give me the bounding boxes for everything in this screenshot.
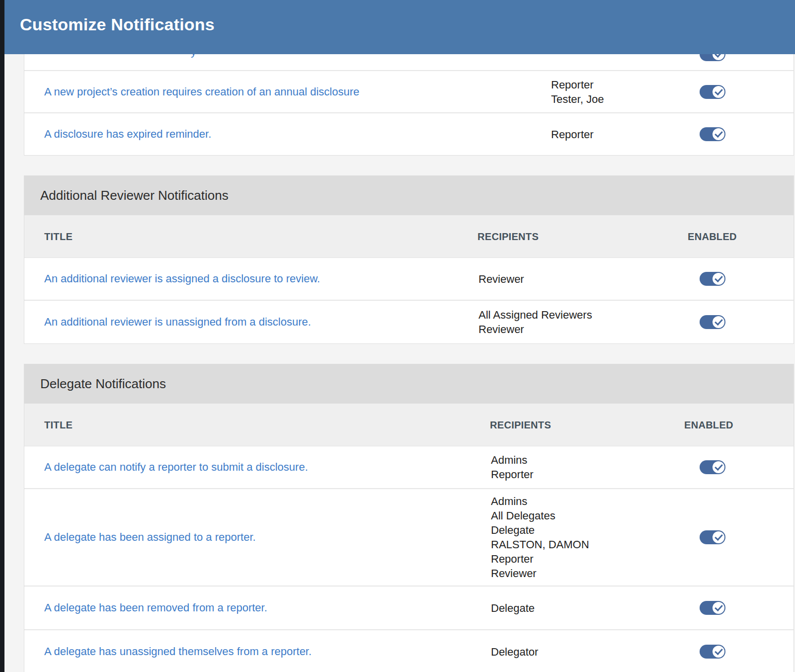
notification-title-link[interactable]: An additional reviewer is assigned a dis… (44, 272, 320, 285)
recipient: Reporter (491, 552, 589, 566)
recipient: RALSTON, DAMON (491, 537, 589, 552)
recipient: Delegator (491, 645, 538, 659)
notification-row: A delegate has unassigned themselves fro… (24, 630, 794, 672)
toggle-check-icon (713, 646, 724, 658)
enabled-toggle[interactable] (700, 127, 725, 141)
recipient: Reviewer (478, 322, 592, 336)
notification-title-link[interactable]: An additional reviewer is unassigned fro… (44, 316, 311, 328)
notification-title-link[interactable]: A delegate has unassigned themselves fro… (44, 645, 312, 658)
section-delegate-notifications: Delegate Notifications TITLE RECIPIENTS … (24, 364, 794, 672)
notification-title-link[interactable]: A delegate has been removed from a repor… (44, 601, 267, 614)
enabled-toggle-cell (700, 460, 725, 474)
enabled-toggle-cell (700, 315, 725, 329)
column-header-title: TITLE (44, 231, 73, 242)
recipient: Admins (491, 494, 589, 508)
recipients-cell: Reporter Tester, Joe (551, 78, 604, 106)
enabled-toggle[interactable] (700, 272, 725, 286)
toggle-check-icon (713, 316, 724, 328)
enabled-toggle-cell (700, 85, 725, 99)
recipient: Reporter (491, 467, 534, 482)
enabled-toggle[interactable] (700, 530, 725, 544)
notification-title-link[interactable]: A new project’s creation requires creati… (44, 85, 359, 98)
column-header-title: TITLE (44, 419, 73, 430)
notification-row: A disclosure has expired reminder. Repor… (24, 113, 794, 155)
enabled-toggle[interactable] (700, 85, 725, 99)
notification-row: An additional reviewer is unassigned fro… (24, 301, 794, 343)
column-header-row: TITLE RECIPIENTS ENABLED (24, 404, 794, 446)
recipient: Delegate (491, 523, 589, 537)
recipients-cell: All Assigned Reviewers Reviewer (478, 308, 592, 336)
recipient: Reporter (551, 78, 604, 92)
notification-row: A delegate has been assigned to a report… (24, 489, 794, 587)
title-cell: A delegate has been assigned to a report… (44, 531, 256, 544)
notification-row: An additional reviewer is assigned a dis… (24, 258, 794, 301)
enabled-toggle-cell (700, 645, 725, 659)
toggle-check-icon (713, 461, 724, 473)
toggle-check-icon (713, 531, 724, 543)
title-cell: A delegate has been removed from a repor… (44, 601, 267, 614)
column-header-row: TITLE RECIPIENTS ENABLED (24, 215, 794, 258)
recipient: Delegate (491, 601, 535, 615)
recipients-cell: Admins All Delegates Delegate RALSTON, D… (491, 494, 589, 581)
toggle-check-icon (713, 54, 724, 60)
title-cell: An additional reviewer is assigned a dis… (44, 272, 320, 285)
recipient: Reviewer (478, 272, 524, 286)
section-gap (4, 344, 795, 364)
enabled-toggle-cell (700, 601, 725, 615)
title-cell: A delegate can notify a reporter to subm… (44, 461, 308, 474)
title-cell: An additional reviewer is unassigned fro… (44, 316, 311, 329)
recipient: Admins (491, 453, 534, 467)
notification-title-link[interactable]: A delegate has been assigned to a report… (44, 531, 256, 543)
toggle-check-icon (713, 602, 724, 614)
recipients-cell: Admins Reporter (491, 453, 534, 482)
column-header-recipients: RECIPIENTS (477, 231, 539, 242)
recipients-cell: Reviewer (478, 272, 524, 286)
enabled-toggle[interactable] (700, 645, 725, 659)
main-panel: Customize Notifications y A new project’… (4, 0, 795, 672)
column-header-enabled: ENABLED (684, 419, 733, 430)
section-header: Delegate Notifications (24, 364, 794, 404)
section-heading: Additional Reviewer Notifications (24, 188, 229, 203)
recipients-cell: Delegator (491, 645, 538, 659)
recipient: Reviewer (491, 566, 589, 581)
title-cell: A delegate has unassigned themselves fro… (44, 645, 312, 658)
enabled-toggle[interactable] (700, 315, 725, 329)
section-additional-reviewer-notifications: Additional Reviewer Notifications TITLE … (24, 175, 794, 344)
recipient: Tester, Joe (551, 92, 604, 106)
column-header-enabled: ENABLED (688, 231, 737, 242)
recipient: All Delegates (491, 508, 589, 523)
toggle-check-icon (713, 86, 724, 98)
notification-row-clipped: y (24, 54, 794, 71)
clipped-title-fragment: y (191, 54, 196, 58)
notification-title-link[interactable]: A disclosure has expired reminder. (44, 128, 211, 140)
notifications-table-general: y A new project’s creation requires crea… (24, 54, 794, 156)
recipient: All Assigned Reviewers (478, 308, 592, 322)
enabled-toggle-cell (700, 54, 725, 61)
window-left-edge (0, 0, 4, 672)
section-header: Additional Reviewer Notifications (24, 175, 794, 215)
enabled-toggle-cell (700, 530, 725, 544)
notification-title-link[interactable]: A delegate can notify a reporter to subm… (44, 461, 308, 473)
section-heading: Delegate Notifications (24, 376, 166, 392)
section-gap (4, 156, 795, 175)
title-cell: A new project’s creation requires creati… (44, 85, 359, 98)
notification-row: A new project’s creation requires creati… (24, 71, 794, 113)
enabled-toggle-cell (700, 272, 725, 286)
recipients-cell: Delegate (491, 601, 535, 615)
enabled-toggle[interactable] (700, 601, 725, 615)
recipients-cell: Reporter (551, 127, 594, 142)
enabled-toggle[interactable] (700, 460, 725, 474)
column-header-recipients: RECIPIENTS (490, 419, 551, 430)
enabled-toggle-cell (700, 127, 725, 141)
toggle-check-icon (713, 273, 724, 285)
toggle-check-icon (713, 128, 724, 140)
customize-notifications-page: Customize Notifications y A new project’… (0, 0, 795, 672)
page-header: Customize Notifications (4, 0, 795, 54)
page-title: Customize Notifications (4, 0, 795, 34)
enabled-toggle[interactable] (700, 54, 725, 61)
title-cell: A disclosure has expired reminder. (44, 128, 211, 141)
notification-row: A delegate can notify a reporter to subm… (24, 446, 794, 489)
recipient: Reporter (551, 127, 594, 142)
notification-row: A delegate has been removed from a repor… (24, 587, 794, 630)
